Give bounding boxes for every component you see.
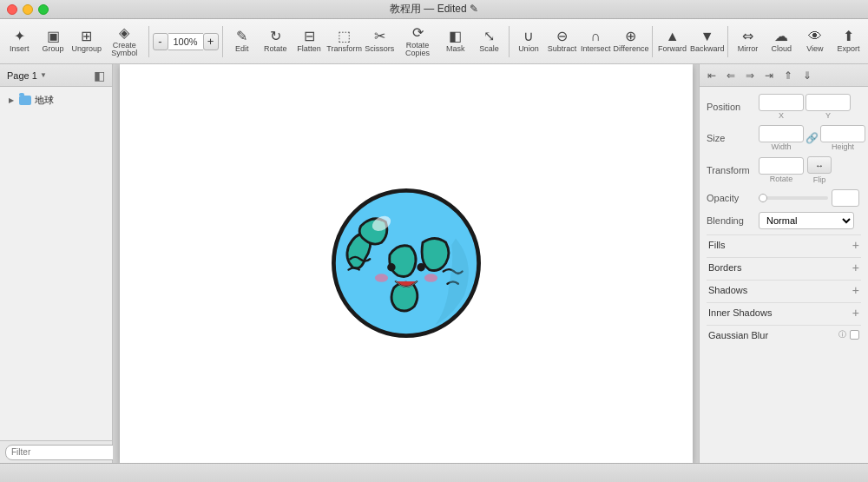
sidebar-collapse-button[interactable]: ◧ <box>94 69 105 83</box>
subtract-tool[interactable]: ⊖ Subtract <box>546 22 578 62</box>
rotate-copies-tool[interactable]: ⟳ Rotate Copies <box>398 22 438 62</box>
status-bar <box>0 463 868 482</box>
transform-tool[interactable]: ⬚ Transform <box>326 22 362 62</box>
subtract-icon: ⊖ <box>556 30 568 43</box>
forward-tool[interactable]: ▲ Forward <box>656 22 688 62</box>
shadows-add-button[interactable]: + <box>852 283 859 297</box>
opacity-controls <box>759 189 861 207</box>
opacity-slider[interactable] <box>759 196 828 200</box>
ungroup-label: Ungroup <box>71 45 102 53</box>
shadows-label: Shadows <box>708 285 747 295</box>
inner-shadows-add-button[interactable]: + <box>852 306 859 320</box>
export-tool[interactable]: ⬆ Export <box>832 22 865 62</box>
align-right-button[interactable]: ⇒ <box>741 67 759 84</box>
align-bottom-button[interactable]: ⇓ <box>799 67 816 84</box>
scissors-tool[interactable]: ✂ Scissors <box>364 22 396 62</box>
svg-point-3 <box>374 274 387 282</box>
window-title: 教程用 — Edited ✎ <box>390 2 478 17</box>
opacity-value-input[interactable] <box>832 189 859 207</box>
transform-label: Transform <box>326 45 362 53</box>
create-symbol-label: Create Symbol <box>104 42 145 57</box>
align-top-button[interactable]: ⇑ <box>779 67 797 84</box>
backward-tool[interactable]: ▼ Backward <box>690 22 725 62</box>
borders-header: Borders + <box>707 257 861 276</box>
link-icon[interactable]: 🔗 <box>806 132 819 144</box>
flip-h-button[interactable]: ↔ <box>807 156 832 174</box>
maximize-button[interactable] <box>38 4 49 15</box>
layer-item-earth[interactable]: ▶ 地球 <box>0 90 112 109</box>
canvas-page[interactable] <box>120 64 693 463</box>
canvas-area[interactable] <box>113 64 699 463</box>
view-label: View <box>806 45 823 53</box>
gaussian-blur-checkbox[interactable] <box>850 330 859 340</box>
flip-buttons: ↔ Flip <box>807 156 832 184</box>
union-tool[interactable]: ∪ Union <box>513 22 545 62</box>
rotate-copies-label: Rotate Copies <box>398 42 438 57</box>
scale-tool[interactable]: ⤡ Scale <box>473 22 505 62</box>
insert-tool[interactable]: ✦ Insert <box>3 22 36 62</box>
minimize-button[interactable] <box>23 4 33 15</box>
blending-row: Blending Normal Multiply Screen Overlay <box>707 212 861 229</box>
group-label: Group <box>43 45 64 53</box>
size-height-input[interactable] <box>820 125 865 142</box>
align-right-edge-button[interactable]: ⇥ <box>760 67 778 84</box>
position-x-input[interactable] <box>759 94 804 111</box>
export-icon: ⬆ <box>843 30 854 43</box>
position-y-input[interactable] <box>806 94 851 111</box>
intersect-tool[interactable]: ∩ Intersect <box>580 22 612 62</box>
difference-label: Difference <box>614 45 649 53</box>
opacity-thumb[interactable] <box>759 194 767 202</box>
fills-section: Fills + <box>707 234 861 254</box>
main-content: Page 1 ▼ ◧ ▶ 地球 ⊞ ✎ 0 <box>0 64 868 463</box>
fills-add-button[interactable]: + <box>852 238 859 252</box>
edit-label: Edit <box>235 45 249 53</box>
zoom-minus-button[interactable]: - <box>153 33 168 50</box>
forward-icon: ▲ <box>666 30 680 43</box>
cloud-icon: ☁ <box>774 30 788 43</box>
mask-tool[interactable]: ◧ Mask <box>439 22 471 62</box>
mirror-tool[interactable]: ⇔ Mirror <box>732 22 764 62</box>
mask-icon: ◧ <box>449 30 462 43</box>
difference-tool[interactable]: ⊕ Difference <box>614 22 649 62</box>
inner-shadows-section: Inner Shadows + <box>707 302 861 321</box>
earth-illustration[interactable] <box>324 181 489 347</box>
earth-svg <box>324 181 489 346</box>
group-tool[interactable]: ▣ Group <box>37 22 69 62</box>
size-width-input[interactable] <box>759 125 804 142</box>
align-left-button[interactable]: ⇤ <box>703 67 720 84</box>
transform-icon: ⬚ <box>338 30 351 43</box>
transform-label: Transform <box>707 165 755 175</box>
align-center-h-button[interactable]: ⇐ <box>722 67 740 84</box>
blending-select[interactable]: Normal Multiply Screen Overlay <box>759 212 854 229</box>
layer-expand-arrow[interactable]: ▶ <box>7 96 16 104</box>
cloud-label: Cloud <box>772 45 792 53</box>
page-dropdown[interactable]: Page 1 ▼ <box>7 70 47 81</box>
union-icon: ∪ <box>523 30 534 43</box>
flatten-tool[interactable]: ⊟ Flatten <box>293 22 326 62</box>
blending-label: Blending <box>707 215 755 226</box>
size-label: Size <box>707 133 755 143</box>
cloud-tool[interactable]: ☁ Cloud <box>766 22 798 62</box>
right-panel: ⇤ ⇐ ⇒ ⇥ ⇑ ⇓ Position X <box>699 64 868 463</box>
size-inputs: Width 🔗 Height <box>759 125 865 151</box>
rotate-input[interactable] <box>759 157 804 175</box>
zoom-group: - 100% + <box>153 33 219 50</box>
size-width-label: Width <box>771 142 791 151</box>
search-input[interactable] <box>5 445 128 460</box>
create-symbol-tool[interactable]: ◈ Create Symbol <box>104 22 145 62</box>
ungroup-tool[interactable]: ⊞ Ungroup <box>70 22 102 62</box>
zoom-plus-button[interactable]: + <box>203 33 219 50</box>
edit-icon: ✎ <box>236 30 247 43</box>
rotate-tool[interactable]: ↻ Rotate <box>260 22 292 62</box>
gaussian-blur-header: Gaussian Blur ⓘ <box>707 325 861 344</box>
edit-tool[interactable]: ✎ Edit <box>226 22 258 62</box>
zoom-display[interactable]: 100% <box>168 33 203 50</box>
borders-add-button[interactable]: + <box>852 261 859 274</box>
folder-icon <box>19 96 31 105</box>
size-row: Size Width 🔗 Height <box>707 125 861 151</box>
close-button[interactable] <box>7 4 17 15</box>
gaussian-blur-info-icon: ⓘ <box>838 329 846 340</box>
difference-icon: ⊕ <box>625 30 636 43</box>
view-tool[interactable]: 👁 View <box>799 22 832 62</box>
backward-label: Backward <box>690 45 725 53</box>
